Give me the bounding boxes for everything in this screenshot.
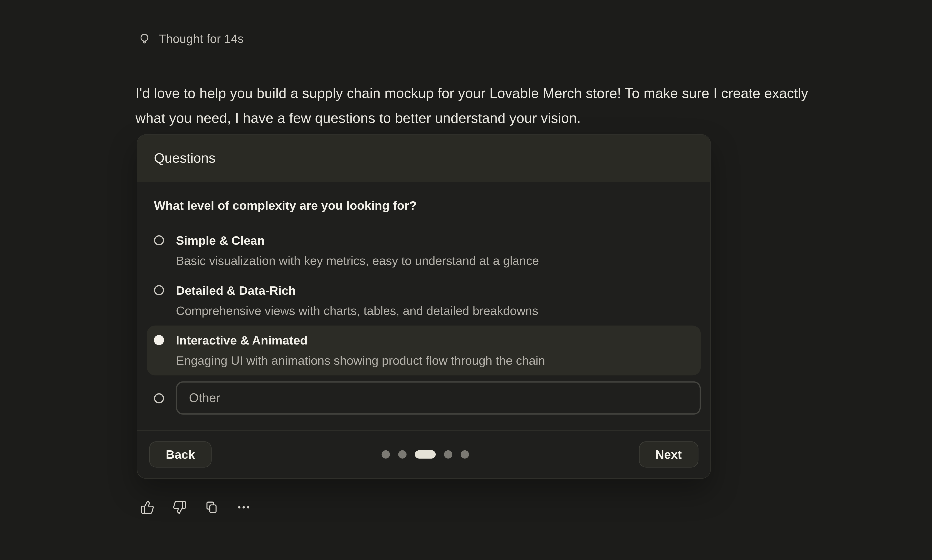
question-text: What level of complexity are you looking… xyxy=(154,198,693,213)
card-footer: Back Next xyxy=(137,430,710,478)
option-detailed-data-rich[interactable]: Detailed & Data-Rich Comprehensive views… xyxy=(147,275,701,325)
radio-icon[interactable] xyxy=(154,285,164,295)
copy-button[interactable] xyxy=(205,500,219,515)
pagination-dot xyxy=(461,450,469,458)
other-option-input[interactable] xyxy=(176,382,701,415)
thumbs-down-button[interactable] xyxy=(173,500,187,515)
radio-icon[interactable] xyxy=(154,393,164,403)
lightbulb-icon xyxy=(138,32,151,45)
pagination-dot xyxy=(398,450,407,458)
message-actions xyxy=(140,500,251,515)
option-other[interactable] xyxy=(147,382,701,415)
thought-summary[interactable]: Thought for 14s xyxy=(138,32,244,46)
option-title: Interactive & Animated xyxy=(176,330,545,351)
option-title: Simple & Clean xyxy=(176,231,539,251)
radio-icon[interactable] xyxy=(154,235,164,245)
thumbs-down-icon xyxy=(173,500,187,515)
thumbs-up-button[interactable] xyxy=(140,500,155,515)
option-description: Engaging UI with animations showing prod… xyxy=(176,351,545,371)
option-description: Comprehensive views with charts, tables,… xyxy=(176,300,538,321)
pagination-dots xyxy=(382,450,469,458)
option-simple-clean[interactable]: Simple & Clean Basic visualization with … xyxy=(147,226,701,275)
card-header: Questions xyxy=(137,135,710,182)
more-options-button[interactable] xyxy=(237,500,251,515)
copy-icon xyxy=(205,500,219,515)
more-options-icon xyxy=(237,500,251,515)
pagination-dot xyxy=(444,450,452,458)
thumbs-up-icon xyxy=(140,500,155,515)
questions-card: Questions What level of complexity are y… xyxy=(137,134,711,478)
option-interactive-animated[interactable]: Interactive & Animated Engaging UI with … xyxy=(147,326,701,375)
radio-selected-icon[interactable] xyxy=(154,335,164,345)
option-title: Detailed & Data-Rich xyxy=(176,280,538,300)
thought-label: Thought for 14s xyxy=(159,32,244,46)
assistant-message: I'd love to help you build a supply chai… xyxy=(136,80,830,130)
pagination-dot xyxy=(382,450,390,458)
back-button[interactable]: Back xyxy=(149,442,212,468)
card-body: What level of complexity are you looking… xyxy=(137,182,710,430)
pagination-dot-active xyxy=(415,450,436,458)
option-description: Basic visualization with key metrics, ea… xyxy=(176,251,539,271)
card-title: Questions xyxy=(154,150,693,166)
chat-area: Thought for 14s I'd love to help you bui… xyxy=(0,0,932,560)
next-button[interactable]: Next xyxy=(639,442,698,468)
